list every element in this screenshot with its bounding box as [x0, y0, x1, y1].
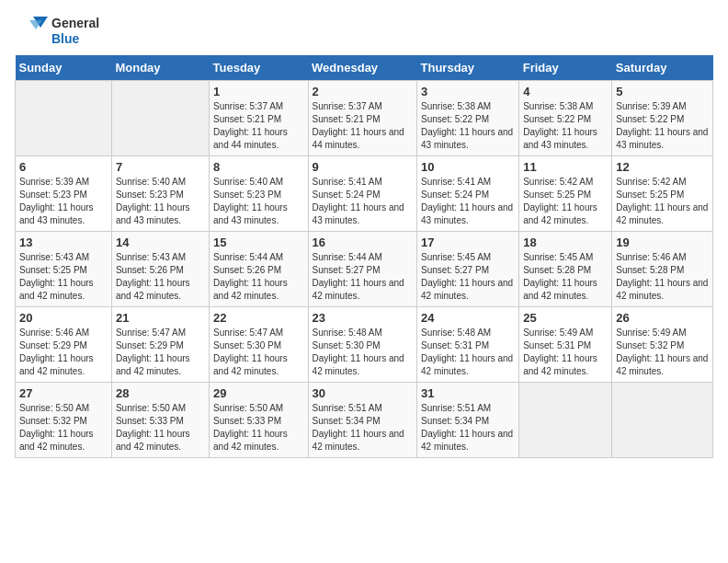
day-info: Sunrise: 5:42 AMSunset: 5:25 PMDaylight:…	[523, 177, 597, 225]
calendar-cell	[519, 383, 612, 458]
day-info: Sunrise: 5:37 AMSunset: 5:21 PMDaylight:…	[213, 101, 288, 150]
day-number: 19	[616, 236, 709, 249]
day-info: Sunrise: 5:40 AMSunset: 5:23 PMDaylight:…	[116, 177, 190, 225]
day-info: Sunrise: 5:41 AMSunset: 5:24 PMDaylight:…	[421, 177, 513, 225]
day-number: 7	[116, 160, 205, 174]
day-info: Sunrise: 5:46 AMSunset: 5:28 PMDaylight:…	[616, 252, 708, 301]
header-day-thursday: Thursday	[417, 55, 519, 81]
calendar-cell: 31 Sunrise: 5:51 AMSunset: 5:34 PMDaylig…	[417, 383, 519, 458]
day-info: Sunrise: 5:45 AMSunset: 5:28 PMDaylight:…	[523, 252, 597, 301]
day-info: Sunrise: 5:51 AMSunset: 5:34 PMDaylight:…	[313, 403, 404, 452]
day-number: 12	[616, 160, 709, 174]
calendar-cell: 8 Sunrise: 5:40 AMSunset: 5:23 PMDayligh…	[210, 156, 309, 232]
calendar-cell: 26 Sunrise: 5:49 AMSunset: 5:32 PMDaylig…	[612, 307, 713, 383]
header-day-tuesday: Tuesday	[210, 55, 309, 81]
calendar-week-3: 13 Sunrise: 5:43 AMSunset: 5:25 PMDaylig…	[16, 232, 713, 307]
day-number: 21	[116, 311, 205, 325]
calendar-cell	[111, 81, 209, 156]
day-number: 29	[213, 386, 304, 400]
day-info: Sunrise: 5:44 AMSunset: 5:26 PMDaylight:…	[213, 252, 288, 301]
calendar-cell: 21 Sunrise: 5:47 AMSunset: 5:29 PMDaylig…	[111, 307, 209, 383]
logo: General Blue	[15, 15, 99, 48]
day-info: Sunrise: 5:38 AMSunset: 5:22 PMDaylight:…	[421, 101, 513, 150]
logo-blue: Blue	[51, 31, 99, 47]
calendar-week-1: 1 Sunrise: 5:37 AMSunset: 5:21 PMDayligh…	[16, 81, 713, 156]
day-info: Sunrise: 5:43 AMSunset: 5:25 PMDaylight:…	[19, 252, 94, 301]
calendar-cell: 24 Sunrise: 5:48 AMSunset: 5:31 PMDaylig…	[417, 307, 519, 383]
day-number: 11	[523, 160, 608, 174]
day-number: 15	[213, 236, 304, 249]
calendar-cell: 2 Sunrise: 5:37 AMSunset: 5:21 PMDayligh…	[308, 81, 416, 156]
calendar-cell	[16, 81, 112, 156]
calendar-cell: 13 Sunrise: 5:43 AMSunset: 5:25 PMDaylig…	[16, 232, 112, 307]
day-number: 6	[19, 160, 108, 174]
calendar-cell: 7 Sunrise: 5:40 AMSunset: 5:23 PMDayligh…	[111, 156, 209, 232]
calendar-cell: 18 Sunrise: 5:45 AMSunset: 5:28 PMDaylig…	[519, 232, 612, 307]
day-info: Sunrise: 5:43 AMSunset: 5:26 PMDaylight:…	[116, 252, 190, 301]
day-info: Sunrise: 5:41 AMSunset: 5:24 PMDaylight:…	[313, 177, 404, 225]
day-info: Sunrise: 5:48 AMSunset: 5:30 PMDaylight:…	[313, 327, 404, 376]
calendar-cell: 22 Sunrise: 5:47 AMSunset: 5:30 PMDaylig…	[210, 307, 309, 383]
day-number: 23	[313, 311, 413, 325]
day-info: Sunrise: 5:49 AMSunset: 5:32 PMDaylight:…	[616, 327, 708, 376]
day-info: Sunrise: 5:40 AMSunset: 5:23 PMDaylight:…	[213, 177, 288, 225]
day-number: 30	[313, 386, 413, 400]
logo-general: General	[51, 16, 99, 31]
day-number: 3	[421, 85, 515, 98]
calendar-cell	[612, 383, 713, 458]
calendar-cell: 12 Sunrise: 5:42 AMSunset: 5:25 PMDaylig…	[612, 156, 713, 232]
day-number: 9	[313, 160, 413, 174]
calendar-cell: 9 Sunrise: 5:41 AMSunset: 5:24 PMDayligh…	[308, 156, 416, 232]
header-day-sunday: Sunday	[16, 55, 112, 81]
calendar-cell: 23 Sunrise: 5:48 AMSunset: 5:30 PMDaylig…	[308, 307, 416, 383]
day-info: Sunrise: 5:39 AMSunset: 5:23 PMDaylight:…	[19, 177, 94, 225]
calendar-cell: 19 Sunrise: 5:46 AMSunset: 5:28 PMDaylig…	[612, 232, 713, 307]
day-number: 2	[313, 85, 413, 98]
day-info: Sunrise: 5:38 AMSunset: 5:22 PMDaylight:…	[523, 101, 597, 150]
day-number: 8	[213, 160, 304, 174]
calendar-week-5: 27 Sunrise: 5:50 AMSunset: 5:32 PMDaylig…	[16, 383, 713, 458]
day-info: Sunrise: 5:50 AMSunset: 5:33 PMDaylight:…	[116, 403, 190, 452]
day-info: Sunrise: 5:42 AMSunset: 5:25 PMDaylight:…	[616, 177, 708, 225]
day-number: 1	[213, 85, 304, 98]
day-info: Sunrise: 5:47 AMSunset: 5:29 PMDaylight:…	[116, 327, 190, 376]
day-number: 10	[421, 160, 515, 174]
header-day-monday: Monday	[111, 55, 209, 81]
calendar-cell: 15 Sunrise: 5:44 AMSunset: 5:26 PMDaylig…	[210, 232, 309, 307]
day-info: Sunrise: 5:50 AMSunset: 5:32 PMDaylight:…	[19, 403, 94, 452]
day-info: Sunrise: 5:44 AMSunset: 5:27 PMDaylight:…	[313, 252, 404, 301]
day-number: 28	[116, 386, 205, 400]
day-info: Sunrise: 5:46 AMSunset: 5:29 PMDaylight:…	[19, 327, 94, 376]
calendar-cell: 4 Sunrise: 5:38 AMSunset: 5:22 PMDayligh…	[519, 81, 612, 156]
day-number: 14	[116, 236, 205, 249]
day-info: Sunrise: 5:49 AMSunset: 5:31 PMDaylight:…	[523, 327, 597, 376]
day-info: Sunrise: 5:39 AMSunset: 5:22 PMDaylight:…	[616, 101, 708, 150]
calendar-cell: 25 Sunrise: 5:49 AMSunset: 5:31 PMDaylig…	[519, 307, 612, 383]
header-day-saturday: Saturday	[612, 55, 713, 81]
day-number: 31	[421, 386, 515, 400]
calendar-cell: 1 Sunrise: 5:37 AMSunset: 5:21 PMDayligh…	[210, 81, 309, 156]
day-info: Sunrise: 5:37 AMSunset: 5:21 PMDaylight:…	[313, 101, 404, 150]
calendar-cell: 11 Sunrise: 5:42 AMSunset: 5:25 PMDaylig…	[519, 156, 612, 232]
header-day-friday: Friday	[519, 55, 612, 81]
calendar-cell: 28 Sunrise: 5:50 AMSunset: 5:33 PMDaylig…	[111, 383, 209, 458]
day-number: 22	[213, 311, 304, 325]
day-number: 13	[19, 236, 108, 249]
day-number: 17	[421, 236, 515, 249]
calendar-cell: 10 Sunrise: 5:41 AMSunset: 5:24 PMDaylig…	[417, 156, 519, 232]
calendar-cell: 5 Sunrise: 5:39 AMSunset: 5:22 PMDayligh…	[612, 81, 713, 156]
day-number: 18	[523, 236, 608, 249]
calendar-cell: 3 Sunrise: 5:38 AMSunset: 5:22 PMDayligh…	[417, 81, 519, 156]
day-number: 26	[616, 311, 709, 325]
day-number: 16	[313, 236, 413, 249]
calendar-cell: 20 Sunrise: 5:46 AMSunset: 5:29 PMDaylig…	[16, 307, 112, 383]
day-number: 25	[523, 311, 608, 325]
calendar-table: SundayMondayTuesdayWednesdayThursdayFrid…	[15, 55, 713, 458]
calendar-cell: 29 Sunrise: 5:50 AMSunset: 5:33 PMDaylig…	[210, 383, 309, 458]
day-info: Sunrise: 5:48 AMSunset: 5:31 PMDaylight:…	[421, 327, 513, 376]
day-number: 27	[19, 386, 108, 400]
calendar-week-2: 6 Sunrise: 5:39 AMSunset: 5:23 PMDayligh…	[16, 156, 713, 232]
calendar-cell: 17 Sunrise: 5:45 AMSunset: 5:27 PMDaylig…	[417, 232, 519, 307]
calendar-cell: 16 Sunrise: 5:44 AMSunset: 5:27 PMDaylig…	[308, 232, 416, 307]
day-number: 20	[19, 311, 108, 325]
